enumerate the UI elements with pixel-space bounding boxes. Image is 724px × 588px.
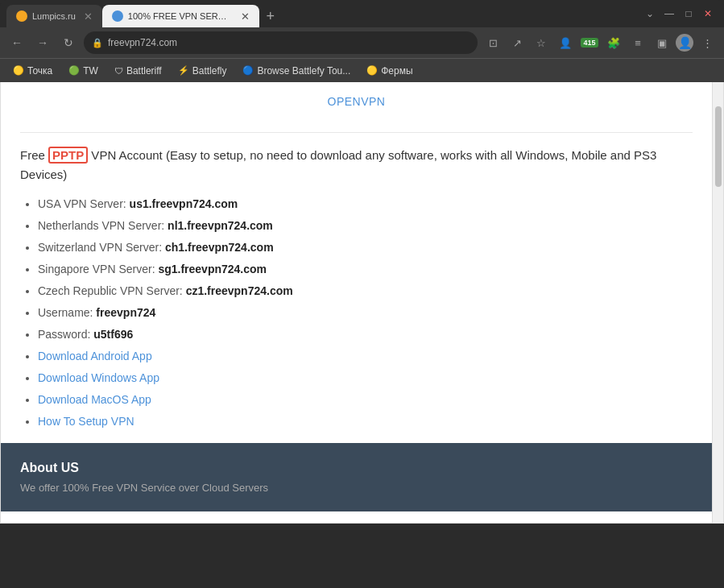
bookmark-icon-tochka: 🟡 <box>13 65 24 76</box>
list-item-android: Download Android App <box>38 348 693 365</box>
page-footer: About US We offer 100% Free VPN Service … <box>1 443 712 511</box>
scrollbar-thumb[interactable] <box>715 106 722 187</box>
download-macos-link[interactable]: Download MacOS App <box>38 393 151 406</box>
browser-window: Lumpics.ru ✕ 100% FREE VPN SERVICES ✕ + … <box>0 0 724 588</box>
username-label: Username: <box>38 306 93 319</box>
chevron-down-icon[interactable]: ⌄ <box>643 7 656 20</box>
bookmark-battlefly[interactable]: ⚡ Battlefly <box>172 64 234 78</box>
server-nl-label: Netherlands VPN Server: <box>38 219 164 232</box>
server-usa-label: USA VPN Server: <box>38 197 126 210</box>
server-usa-value: us1.freevpn724.com <box>130 197 238 210</box>
bookmark-icon-battleriff: 🛡 <box>114 66 123 76</box>
how-to-setup-link[interactable]: How To Setup VPN <box>38 415 134 428</box>
tab-close-2[interactable]: ✕ <box>241 10 250 23</box>
download-windows-link[interactable]: Download Windows App <box>38 371 159 384</box>
title-bar: Lumpics.ru ✕ 100% FREE VPN SERVICES ✕ + … <box>0 0 724 27</box>
pptp-badge: PPTP <box>48 147 88 164</box>
list-item: Netherlands VPN Server: nl1.freevpn724.c… <box>38 217 693 234</box>
bookmark-tw[interactable]: 🟢 TW <box>62 64 105 78</box>
openvpn-link[interactable]: OPENVPN <box>20 95 693 108</box>
list-item: Password: u5tf696 <box>38 326 693 343</box>
toolbar-icons: ⊡ ↗ ☆ 👤 415 🧩 ≡ ▣ 👤 ⋮ <box>482 32 718 53</box>
tab-vpn[interactable]: 100% FREE VPN SERVICES ✕ <box>102 5 259 27</box>
bookmark-label-battleriff: Battleriff <box>126 65 162 77</box>
window-controls: ⌄ — □ ✕ <box>643 0 718 27</box>
username-value: freevpn724 <box>96 306 155 319</box>
address-bar-row: ← → ↻ 🔒 freevpn724.com ⊡ ↗ ☆ 👤 415 🧩 ≡ ▣… <box>0 27 724 58</box>
password-label: Password: <box>38 328 90 341</box>
tab-lumpics[interactable]: Lumpics.ru ✕ <box>6 5 102 27</box>
server-nl-value: nl1.freevpn724.com <box>168 219 273 232</box>
scrollbar-track[interactable] <box>712 82 723 523</box>
more-options-button[interactable]: ⋮ <box>697 32 718 53</box>
footer-description: We offer 100% Free VPN Service over Clou… <box>20 482 693 494</box>
ext-badge: 415 <box>581 38 598 48</box>
server-cz-label: Czech Republic VPN Server: <box>38 284 183 297</box>
list-item-setup: How To Setup VPN <box>38 413 693 430</box>
forward-button[interactable]: → <box>32 32 53 53</box>
vpn-servers-list: USA VPN Server: us1.freevpn724.com Nethe… <box>20 196 693 430</box>
share-icon[interactable]: ↗ <box>507 32 527 53</box>
puzzle-icon[interactable]: 🧩 <box>603 32 624 53</box>
tab-label-2: 100% FREE VPN SERVICES <box>128 11 233 21</box>
tab-favicon-2 <box>112 10 123 22</box>
lock-icon: 🔒 <box>92 38 103 48</box>
user-avatar[interactable]: 👤 <box>676 34 693 52</box>
bookmark-label-battlefly: Battlefly <box>192 65 227 77</box>
server-cz-value: cz1.freevpn724.com <box>186 284 293 297</box>
list-item: Czech Republic VPN Server: cz1.freevpn72… <box>38 283 693 300</box>
main-content: OPENVPN Free PPTP VPN Account (Easy to s… <box>1 82 712 523</box>
bookmark-label-fermy: Фермы <box>381 65 412 77</box>
new-tab-button[interactable]: + <box>259 5 282 27</box>
bookmark-battleriff[interactable]: 🛡 Battleriff <box>108 64 168 78</box>
address-field[interactable]: 🔒 freevpn724.com <box>84 31 478 54</box>
list-item-windows: Download Windows App <box>38 370 693 387</box>
reload-button[interactable]: ↻ <box>58 32 79 53</box>
password-value: u5tf696 <box>93 328 133 341</box>
menu-icon[interactable]: ≡ <box>627 32 648 53</box>
close-button[interactable]: ✕ <box>701 7 714 20</box>
address-text: freevpn724.com <box>108 37 470 48</box>
list-item: USA VPN Server: us1.freevpn724.com <box>38 196 693 213</box>
server-ch-value: ch1.freevpn724.com <box>165 241 274 254</box>
bookmark-tochka[interactable]: 🟡 Точка <box>6 64 59 78</box>
server-sg-label: Singapore VPN Server: <box>38 263 155 275</box>
download-android-link[interactable]: Download Android App <box>38 350 152 362</box>
pptp-header: Free PPTP VPN Account (Easy to setup, no… <box>20 146 693 184</box>
bookmark-fermy[interactable]: 🟡 Фермы <box>360 64 419 78</box>
back-button[interactable]: ← <box>6 32 27 53</box>
tab-close-1[interactable]: ✕ <box>84 10 93 23</box>
footer-title: About US <box>20 461 693 475</box>
ext-icon[interactable]: 415 <box>579 32 600 53</box>
maximize-button[interactable]: □ <box>682 7 695 20</box>
bookmark-icon-battlefly: ⚡ <box>178 65 189 76</box>
tab-favicon-1 <box>16 10 27 22</box>
list-item: Username: freevpn724 <box>38 304 693 321</box>
list-item: Switzerland VPN Server: ch1.freevpn724.c… <box>38 239 693 256</box>
bookmark-label-tw: TW <box>83 65 98 77</box>
page-body: OPENVPN Free PPTP VPN Account (Easy to s… <box>0 82 724 524</box>
free-prefix: Free <box>20 148 48 162</box>
pptp-description: VPN Account (Easy to setup, no need to d… <box>20 148 656 181</box>
list-item-macos: Download MacOS App <box>38 391 693 408</box>
bookmark-label-tochka: Точка <box>27 65 52 77</box>
list-item: Singapore VPN Server: sg1.freevpn724.com <box>38 261 693 278</box>
server-sg-value: sg1.freevpn724.com <box>158 263 267 275</box>
tab-bar: Lumpics.ru ✕ 100% FREE VPN SERVICES ✕ + <box>6 0 643 27</box>
bookmarks-bar: 🟡 Точка 🟢 TW 🛡 Battleriff ⚡ Battlefly 🔵 … <box>0 58 724 82</box>
star-icon[interactable]: ☆ <box>531 32 552 53</box>
tab-label-1: Lumpics.ru <box>32 11 76 21</box>
bookmark-icon-tw: 🟢 <box>68 65 80 76</box>
screen-icon[interactable]: ⊡ <box>482 32 503 53</box>
account-icon[interactable]: 👤 <box>555 32 576 53</box>
bookmark-battlefy-tour[interactable]: 🔵 Browse Battlefy Tou... <box>236 64 357 78</box>
bookmark-icon-fermy: 🟡 <box>366 65 378 76</box>
bookmark-icon-battlefy: 🔵 <box>242 65 254 76</box>
sidebar-icon[interactable]: ▣ <box>652 32 672 53</box>
server-ch-label: Switzerland VPN Server: <box>38 241 162 254</box>
minimize-button[interactable]: — <box>663 7 676 20</box>
bookmark-label-battlefy: Browse Battlefy Tou... <box>257 65 350 77</box>
